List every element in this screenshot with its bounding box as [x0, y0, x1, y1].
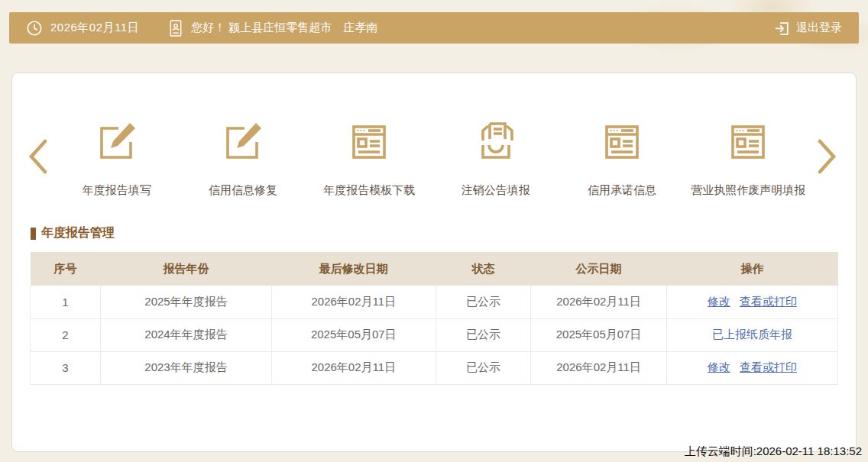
- cell-seq: 2: [31, 318, 101, 351]
- topbar: 2026年02月11日 您好！ 颍上县庄恒零售超市 庄孝南 退出登录: [9, 12, 859, 44]
- logout-icon: [773, 20, 790, 37]
- carousel-items: 年度报告填写信用信息修复年度报告模板下载注销公告填报信用承诺信息营业执照作废声明…: [53, 118, 811, 198]
- chevron-right-icon: [817, 139, 837, 174]
- carousel-next-button[interactable]: [811, 139, 842, 174]
- form-icon: [598, 118, 646, 166]
- carousel-item-label: 营业执照作废声明填报: [691, 183, 805, 198]
- cell-year: 2024年年度报告: [100, 318, 271, 351]
- form-icon: [724, 118, 772, 166]
- action-link[interactable]: 修改: [708, 360, 730, 373]
- carousel-item-label: 信用信息修复: [209, 183, 277, 198]
- edit-icon: [92, 118, 141, 166]
- carousel-prev-button[interactable]: [23, 139, 53, 174]
- carousel-item-label: 信用承诺信息: [588, 183, 656, 198]
- cell-year: 2023年年度报告: [100, 351, 271, 384]
- cell-status: 已公示: [436, 286, 531, 318]
- carousel-item-2[interactable]: 信用信息修复: [181, 118, 304, 198]
- section-title-text: 年度报告管理: [41, 225, 115, 241]
- cell-year: 2025年年度报告: [100, 286, 271, 318]
- action-link[interactable]: 查看或打印: [740, 360, 797, 373]
- cell-seq: 3: [31, 351, 101, 384]
- cell-status: 已公示: [436, 351, 531, 384]
- cell-modified: 2025年05月07日: [272, 318, 436, 351]
- cell-modified: 2026年02月11日: [272, 351, 436, 384]
- carousel-item-4[interactable]: 注销公告填报: [434, 118, 557, 198]
- action-link[interactable]: 查看或打印: [740, 295, 797, 308]
- column-header: 序号: [31, 252, 101, 286]
- function-carousel: 年度报告填写信用信息修复年度报告模板下载注销公告填报信用承诺信息营业执照作废声明…: [12, 73, 856, 198]
- carousel-item-6[interactable]: 营业执照作废声明填报: [687, 118, 810, 198]
- column-header: 报告年份: [100, 252, 271, 286]
- cell-actions: 已上报纸质年报: [666, 318, 837, 351]
- carousel-item-label: 注销公告填报: [462, 183, 530, 198]
- cell-status: 已公示: [436, 318, 531, 351]
- table-row: 12025年年度报告2026年02月11日已公示2026年02月11日修改查看或…: [31, 286, 838, 318]
- chevron-left-icon: [28, 139, 48, 174]
- greeting-text: 您好！ 颍上县庄恒零售超市 庄孝南: [191, 21, 377, 35]
- carousel-item-3[interactable]: 年度报告模板下载: [308, 118, 431, 198]
- clock-icon: [26, 20, 43, 37]
- column-header: 公示日期: [531, 252, 667, 286]
- carousel-item-5[interactable]: 信用承诺信息: [560, 118, 683, 198]
- inbox-icon: [471, 118, 520, 166]
- section-title: 年度报告管理: [31, 225, 856, 241]
- action-link[interactable]: 已上报纸质年报: [712, 328, 792, 341]
- column-header: 最后修改日期: [272, 252, 436, 286]
- carousel-item-label: 年度报告模板下载: [323, 183, 415, 198]
- main-card: 年度报告填写信用信息修复年度报告模板下载注销公告填报信用承诺信息营业执照作废声明…: [11, 73, 857, 452]
- upload-time-text: 上传云端时间:2026-02-11 18:13:52: [685, 444, 862, 459]
- cell-actions: 修改查看或打印: [666, 351, 837, 384]
- table-row: 32023年年度报告2026年02月11日已公示2026年02月11日修改查看或…: [31, 351, 838, 384]
- table-header-row: 序号报告年份最后修改日期状态公示日期操作: [31, 252, 838, 286]
- cell-seq: 1: [31, 286, 101, 318]
- column-header: 操作: [666, 252, 837, 286]
- annual-report-table: 序号报告年份最后修改日期状态公示日期操作 12025年年度报告2026年02月1…: [30, 252, 838, 385]
- current-date: 2026年02月11日: [50, 21, 139, 35]
- cell-publish: 2026年02月11日: [531, 286, 667, 318]
- cell-modified: 2026年02月11日: [272, 286, 436, 318]
- logout-button[interactable]: 退出登录: [773, 20, 842, 37]
- logout-label: 退出登录: [796, 21, 842, 35]
- cell-actions: 修改查看或打印: [666, 286, 837, 318]
- form-icon: [345, 118, 394, 166]
- carousel-item-1[interactable]: 年度报告填写: [55, 118, 178, 198]
- topbar-left: 2026年02月11日 您好！ 颍上县庄恒零售超市 庄孝南: [26, 19, 377, 37]
- action-link[interactable]: 修改: [708, 295, 730, 308]
- table-row: 22024年年度报告2025年05月07日已公示2025年05月07日已上报纸质…: [31, 318, 838, 351]
- edit-icon: [219, 118, 267, 166]
- user-badge-icon: [168, 19, 183, 37]
- section-bullet: [31, 228, 36, 240]
- cell-publish: 2026年02月11日: [531, 351, 667, 384]
- column-header: 状态: [436, 252, 531, 286]
- carousel-item-label: 年度报告填写: [83, 183, 151, 198]
- cell-publish: 2025年05月07日: [531, 318, 667, 351]
